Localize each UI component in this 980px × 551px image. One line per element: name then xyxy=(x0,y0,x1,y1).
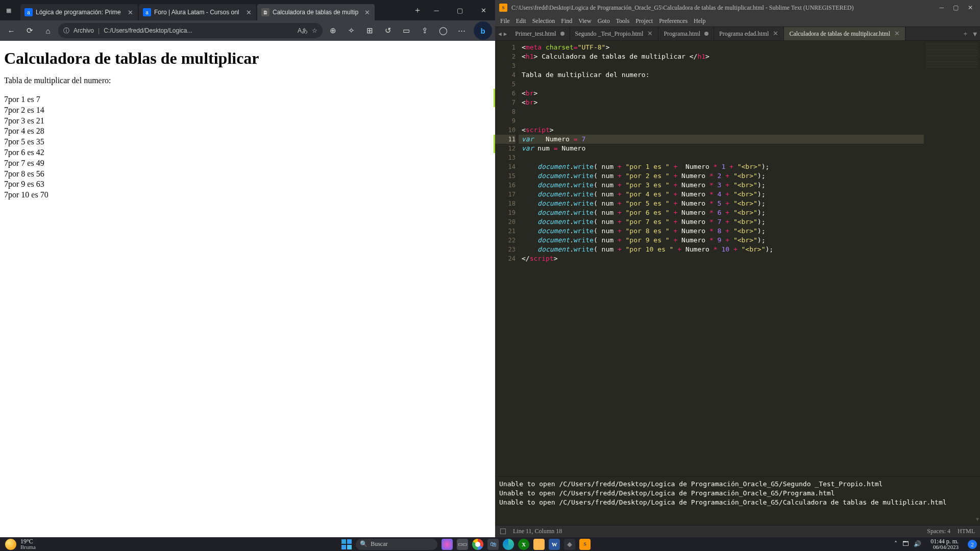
collections-icon[interactable]: ⊞ xyxy=(361,22,378,39)
read-aloud-icon[interactable]: Aあ xyxy=(298,27,308,35)
tab-close-icon[interactable]: ✕ xyxy=(127,9,134,16)
maximize-button[interactable]: ▢ xyxy=(448,0,472,20)
code-line[interactable]: </script> xyxy=(519,254,924,263)
new-tab-icon[interactable]: ＋ xyxy=(962,29,969,38)
extensions-icon[interactable]: ⊕ xyxy=(325,22,341,39)
explorer-icon[interactable] xyxy=(533,539,545,550)
close-button[interactable]: ✕ xyxy=(472,0,495,20)
code-line[interactable]: document.write( num + "por 7 es " + Nume… xyxy=(519,217,924,227)
minimap[interactable] xyxy=(924,41,980,476)
tab-next-icon[interactable]: ▶ xyxy=(504,31,507,37)
browser-tab[interactable]: 🗎Calculadora de tablas de multip✕ xyxy=(257,4,375,20)
code-line[interactable]: var num = Numero xyxy=(519,144,924,153)
code-line[interactable]: <h1> Calculadora de tablas de multiplica… xyxy=(519,52,924,61)
app-icon[interactable]: ◆ xyxy=(564,539,575,550)
tab-close-icon[interactable]: ✕ xyxy=(245,9,252,16)
copilot-icon[interactable] xyxy=(442,539,453,550)
menu-item[interactable]: Edit xyxy=(516,17,526,25)
tab-close-icon[interactable]: ✕ xyxy=(773,30,778,38)
menu-item[interactable]: Tools xyxy=(616,17,630,25)
code-line[interactable]: <script> xyxy=(519,126,924,135)
code-line[interactable] xyxy=(519,116,924,126)
task-view-icon[interactable]: ▭▭ xyxy=(457,539,468,550)
editor-area[interactable]: 123456789101112131415161718192021222324 … xyxy=(495,41,980,476)
status-language[interactable]: HTML xyxy=(958,528,975,535)
sublime-tab[interactable]: Segundo _Test_Propio.html✕ xyxy=(570,27,659,40)
code-line[interactable]: document.write( num + "por 9 es " + Nume… xyxy=(519,236,924,245)
code-line[interactable]: var Numero = 7 xyxy=(519,135,924,144)
console-scroll-icon[interactable]: ▼ xyxy=(976,515,979,524)
code-line[interactable]: document.write( num + "por 6 es " + Nume… xyxy=(519,208,924,217)
minimize-button[interactable]: ─ xyxy=(939,4,944,12)
more-icon[interactable]: ⋯ xyxy=(453,22,470,39)
battery-icon[interactable]: 🗔 xyxy=(902,540,909,548)
weather-widget[interactable]: 19°C Bruma xyxy=(0,538,41,550)
code-line[interactable]: document.write( num + "por 10 es " + Num… xyxy=(519,245,924,254)
menu-item[interactable]: Selection xyxy=(532,17,555,25)
network-icon[interactable]: 🔊 xyxy=(914,540,921,548)
code-line[interactable]: <br> xyxy=(519,89,924,98)
sublime-taskbar-icon[interactable]: S xyxy=(579,539,591,550)
tab-close-icon[interactable]: ✕ xyxy=(647,30,653,38)
new-tab-button[interactable]: ＋ xyxy=(410,0,425,20)
code-line[interactable]: document.write( num + "por 5 es " + Nume… xyxy=(519,199,924,208)
tab-close-icon[interactable]: ✕ xyxy=(894,30,900,38)
code-line[interactable] xyxy=(519,107,924,116)
browser-tab[interactable]: aLógica de programación: Prime✕ xyxy=(20,4,138,20)
sublime-tab[interactable]: Primer_test.html xyxy=(510,27,570,40)
code-line[interactable]: Tabla de multiplicar del numero: xyxy=(519,70,924,80)
tab-prev-icon[interactable]: ◀ xyxy=(498,31,502,37)
menu-item[interactable]: Goto xyxy=(598,17,610,25)
code-line[interactable]: <br> xyxy=(519,98,924,107)
favorite-icon[interactable]: ☆ xyxy=(312,27,317,34)
app-icon[interactable]: ▭ xyxy=(398,22,414,39)
tab-actions-button[interactable]: ▦ xyxy=(0,0,17,20)
status-spaces[interactable]: Spaces: 4 xyxy=(927,528,950,535)
status-icon[interactable] xyxy=(500,529,506,534)
notification-badge[interactable]: 2 xyxy=(968,540,977,549)
share-icon[interactable]: ⇪ xyxy=(416,22,433,39)
sublime-tab[interactable]: Programa.html xyxy=(658,27,714,40)
close-button[interactable]: ✕ xyxy=(968,4,973,12)
start-button[interactable] xyxy=(341,539,352,549)
menu-item[interactable]: Help xyxy=(694,17,705,25)
xbox-icon[interactable]: X xyxy=(518,539,529,550)
code-line[interactable]: document.write( num + "por 3 es " + Nume… xyxy=(519,181,924,190)
edge-icon[interactable] xyxy=(503,539,514,550)
menu-item[interactable]: Preferences xyxy=(659,17,688,25)
address-bar[interactable]: ⓘ Archivo | C:/Users/fredd/Desktop/Logic… xyxy=(58,23,323,38)
favorites-icon[interactable]: ✧ xyxy=(343,22,359,39)
word-icon[interactable]: W xyxy=(549,539,560,550)
clock[interactable]: 01:44 p. m. 06/04/2023 xyxy=(926,538,963,550)
menu-item[interactable]: View xyxy=(578,17,591,25)
code-line[interactable] xyxy=(519,61,924,70)
code-line[interactable]: document.write( num + "por 1 es " + Nume… xyxy=(519,162,924,171)
store-icon[interactable]: 🛍 xyxy=(487,539,499,550)
console-panel[interactable]: Unable to open /C/Users/fredd/Desktop/Lo… xyxy=(495,476,980,525)
tab-close-icon[interactable]: ✕ xyxy=(363,9,371,16)
code-line[interactable]: <meta charset="UTF-8"> xyxy=(519,43,924,52)
maximize-button[interactable]: ▢ xyxy=(953,4,959,12)
code-line[interactable]: document.write( num + "por 8 es " + Nume… xyxy=(519,227,924,236)
menu-item[interactable]: Project xyxy=(635,17,653,25)
tab-dropdown-icon[interactable]: ▼ xyxy=(973,30,977,38)
chrome-icon[interactable] xyxy=(472,539,483,550)
sublime-tab[interactable]: Calculadora de tablas de multiplicar.htm… xyxy=(784,27,905,40)
tray-overflow-icon[interactable]: ˄ xyxy=(894,540,897,548)
home-button[interactable]: ⌂ xyxy=(40,22,56,39)
status-position[interactable]: Line 11, Column 18 xyxy=(513,528,562,535)
minimize-button[interactable]: ─ xyxy=(425,0,448,20)
code-line[interactable]: document.write( num + "por 4 es " + Nume… xyxy=(519,190,924,199)
back-button[interactable]: ← xyxy=(3,22,19,39)
bing-button[interactable]: b xyxy=(474,21,492,40)
code-line[interactable] xyxy=(519,153,924,162)
sublime-tab[interactable]: Programa edad.html✕ xyxy=(714,27,784,40)
browser-tab[interactable]: aForo | Alura Latam - Cursos onl✕ xyxy=(139,4,256,20)
code-line[interactable] xyxy=(519,80,924,89)
menu-item[interactable]: File xyxy=(500,17,510,25)
history-icon[interactable]: ↺ xyxy=(380,22,396,39)
code-line[interactable]: document.write( num + "por 2 es " + Nume… xyxy=(519,171,924,181)
taskbar-search[interactable]: 🔍Buscar xyxy=(356,539,437,550)
menu-item[interactable]: Find xyxy=(561,17,572,25)
code-area[interactable]: <meta charset="UTF-8"><h1> Calculadora d… xyxy=(519,41,924,476)
